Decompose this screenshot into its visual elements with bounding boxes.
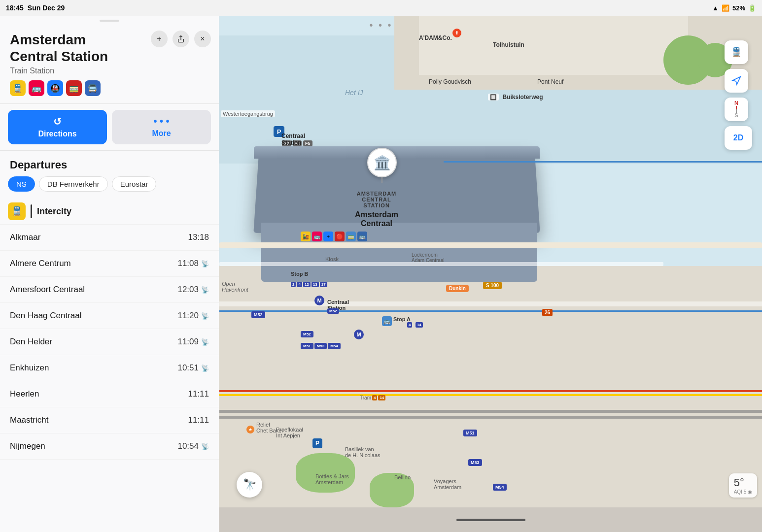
voyagers-label: VoyagersAmsterdam [434,478,461,490]
parking-south: P [312,438,322,448]
transport-train: 🚆 [10,80,26,96]
time-display: 18:45 [6,4,24,12]
location-button[interactable] [725,69,748,93]
departure-denhelder[interactable]: Den Helder 11:09 📡 [0,329,219,355]
sidebar-header: AmsterdamCentral Station Train Station 🚆… [0,22,219,104]
lockerroom-label: LockerroomAdam Centraal [412,252,445,263]
relief-icon: ★ [246,426,254,433]
sidebar-panel: AmsterdamCentral Station Train Station 🚆… [0,16,219,532]
temperature-badge: 5° AQI 5 ◉ [729,473,757,498]
departure-nijmegen[interactable]: Nijmegen 10:54 📡 [0,433,219,460]
stop-b-label: Stop B [291,271,308,277]
time-nijmegen: 10:54 📡 [177,441,209,451]
dest-nijmegen: Nijmegen [10,441,45,451]
dest-denhaag: Den Haag Centraal [10,311,82,321]
metro-m51-m53-m54: M51 M53 M54 [301,343,341,349]
departure-almere[interactable]: Almere Centrum 11:08 📡 [0,251,219,277]
status-bar: 18:45 Sun Dec 29 ▲ 📶 52% 🔋 [0,0,762,16]
kiosk-label: Kiosk [325,256,339,262]
more-button[interactable]: • • • More [112,110,211,144]
transport-icons-row: 🚆 🚌 🚇 🚃 🚍 [10,80,209,96]
rail-1 [219,410,762,413]
directions-label: Directions [38,130,76,138]
station-name-label: AMSTERDAM CENTRAL STATION Amsterdam Cent… [355,191,398,228]
m-south-road-badges: M51 [463,430,477,436]
departure-heerlen[interactable]: Heerlen 11:11 [0,381,219,407]
train-type-label: Intercity [37,206,71,217]
date-display: Sun Dec 29 [28,4,65,12]
open-havenfront: OpenHavenfront [222,281,248,293]
dest-denhelder: Den Helder [10,337,52,347]
aqi-label: AQI 5 ◉ [734,489,752,495]
compass-needle [736,106,737,113]
metro-m-badge: M [314,296,324,305]
f3-buiksloterweg: 🔲 Buiksloterweg [488,92,543,101]
battery-display: 52% [732,4,745,12]
pont-neuf-label: Pont Neuf [537,78,563,85]
bottom-bar [219,507,762,532]
proeflokaal-label: ProeflokaalInt Aepjen [276,427,303,438]
tram-line-red [219,390,762,392]
transport-tram: 🚃 [66,80,82,96]
share-button[interactable] [173,31,189,47]
time-almere: 11:08 📡 [177,259,209,268]
departure-denhaag[interactable]: Den Haag Centraal 11:20 📡 [0,303,219,329]
transport-bus2: 🚍 [85,80,101,96]
departure-maastricht[interactable]: Maastricht 11:11 [0,407,219,433]
polly-label: Polly Goudvisch [429,78,471,85]
train-view-button[interactable]: 🚆 [725,40,748,64]
time-enkhuizen: 10:51 📡 [177,363,209,373]
metro-south-badges: M52 [301,331,313,337]
departure-alkmaar[interactable]: Alkmaar 13:18 [0,225,219,251]
bus-stop-icon: 🚌 [382,316,392,326]
directions-icon: ↺ [53,116,62,128]
action-buttons-row: ↺ Directions • • • More [0,104,219,151]
road-h1 [219,242,762,248]
m53-road-badge: M53 [468,459,482,466]
departure-enkhuizen[interactable]: Enkhuizen 10:51 📡 [0,355,219,381]
m52-badge: M52 [251,311,265,318]
departure-amersfoort[interactable]: Amersfoort Centraal 12:03 📡 [0,277,219,303]
2d-button[interactable]: 2D [725,126,752,150]
time-heerlen: 11:11 [188,389,209,399]
dest-amersfoort: Amersfoort Centraal [10,285,85,295]
add-button[interactable]: + [151,31,168,47]
battery-icon: 🔋 [748,4,756,12]
time-denhaag: 11:20 📡 [177,311,209,321]
bottles-label: Bottles & JarsAmsterdam [315,473,349,485]
filter-db[interactable]: DB Fernverkehr [39,176,108,192]
metro-m-south: M [354,330,364,339]
wifi-icon: 📶 [722,4,729,12]
more-dots-indicator: • • • [369,20,392,31]
stop-a-badges: 4 14 [407,319,423,328]
het-ij-label: Het IJ [345,89,363,97]
dunkin-label: Dunkin [446,285,469,292]
compass-button[interactable]: N S [725,98,748,121]
filter-ns[interactable]: NS [8,176,35,192]
transport-bus: 🚌 [29,80,44,96]
live-icon-almere: 📡 [201,260,209,267]
metro-line-blue [444,161,762,163]
filter-eurostar[interactable]: Eurostar [112,176,157,192]
dest-alkmaar: Alkmaar [10,233,40,242]
more-label: More [152,129,171,138]
map-transport-icons: 🚂 🚌 + 🔴 🚃 🚌 [301,232,367,241]
station-roof [254,146,540,159]
directions-button[interactable]: ↺ Directions [8,110,107,144]
filter-tabs: NS DB Fernverkehr Eurostar [0,176,219,198]
location-icon: ▲ [712,4,719,12]
binoculars-button[interactable]: 🔭 [237,472,262,498]
close-button[interactable]: × [194,31,211,47]
m52-east-badge: 26 [542,309,553,316]
m52-badge-small: M52 [327,305,339,314]
live-icon-enkhuizen: 📡 [201,365,209,372]
departures-section[interactable]: Departures NS DB Fernverkehr Eurostar 🚆 … [0,151,219,532]
north-land [419,16,688,75]
station-type: Train Station [10,66,209,75]
tolhuistuin-label: Tolhuistuin [493,41,524,48]
time-denhelder: 11:09 📡 [177,337,209,347]
dest-enkhuizen: Enkhuizen [10,363,49,373]
pin-tail [381,177,382,183]
more-icon: • • • [153,116,169,127]
station-map-pin[interactable]: 🏛️ [367,148,397,183]
